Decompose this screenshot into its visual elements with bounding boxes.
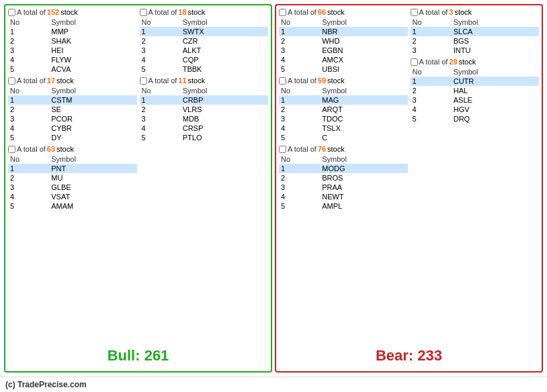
table-checkbox[interactable] [279,146,286,153]
row-no: 2 [279,173,320,183]
total-number: 59 [318,77,326,85]
table-row: 3INTU [411,46,540,55]
table-row: 3PCOR [8,114,137,124]
row-no: 4 [411,105,452,114]
row-symbol: ARQT [320,105,407,114]
table-row: 3ALKT [140,46,269,55]
stock-table: A total of 66 stockNoSymbol1NBR2WHD3EGBN… [279,8,408,74]
row-symbol: C [320,133,407,142]
col-header-symbol: Symbol [181,17,268,27]
row-symbol: MDB [181,114,268,124]
row-symbol: PNT [49,164,136,173]
table-row: 3EGBN [279,46,408,55]
total-suffix: stock [188,77,206,85]
row-symbol: TBBK [181,64,268,74]
total-number: 17 [47,77,55,85]
row-no: 5 [279,201,320,211]
table-row: 5DY [8,133,137,142]
table-checkbox[interactable] [8,77,15,85]
table-row: 2CZR [140,36,269,46]
panel-column-0: A total of 66 stockNoSymbol1NBR2WHD3EGBN… [279,8,408,340]
row-no: 4 [140,124,181,133]
row-symbol: HEI [49,46,136,55]
total-number: 18 [178,8,186,16]
row-no: 3 [8,183,49,192]
total-number: 29 [449,58,457,66]
symbol-table: NoSymbol1CUTR2HAL3ASLE4HGV5DRQ [411,67,540,124]
row-symbol: CQP [181,55,268,64]
total-label: A total of [419,8,448,16]
row-symbol: HAL [452,86,539,95]
table-row: 5PTLO [140,133,269,142]
total-label: A total of [419,58,448,66]
table-row: 4HGV [411,105,540,114]
col-header-symbol: Symbol [49,86,136,95]
total-suffix: stock [60,8,78,16]
total-number: 66 [318,8,326,16]
col-header-no: No [279,17,320,27]
row-no: 1 [411,77,452,86]
row-symbol: CUTR [452,77,539,86]
row-symbol: CRBP [181,95,268,105]
row-symbol: MMP [49,27,136,36]
table-row: 4CYBR [8,124,137,133]
total-label: A total of [17,77,46,85]
table-checkbox[interactable] [8,9,15,16]
table-checkbox[interactable] [279,9,286,16]
row-no: 5 [140,133,181,142]
stock-table: A total of 11 stockNoSymbol1CRBP2VLRS3MD… [140,77,269,142]
table-checkbox[interactable] [411,9,418,16]
row-symbol: FLYW [49,55,136,64]
row-symbol: VLRS [181,105,268,114]
table-checkbox[interactable] [8,146,15,153]
table-row: 2MU [8,173,137,183]
row-no: 1 [140,95,181,105]
row-symbol: SE [49,105,136,114]
row-symbol: WHD [320,36,407,46]
panel-count: 233 [417,347,442,364]
total-label: A total of [149,8,177,16]
row-symbol: NEWT [320,192,407,201]
symbol-table: NoSymbol1SWTX2CZR3ALKT4CQP5TBBK [140,17,269,74]
row-symbol: BGS [452,36,539,46]
total-label: A total of [288,8,317,16]
total-number: 11 [178,77,186,85]
row-no: 3 [411,46,452,55]
table-row: 4VSAT [8,192,137,201]
row-no: 1 [279,95,320,105]
table-row: 4CQP [140,55,269,64]
row-no: 2 [279,105,320,114]
symbol-table: NoSymbol1MAG2ARQT3TDOC4TSLX5C [279,86,408,142]
row-no: 3 [140,46,181,55]
table-checkbox[interactable] [140,77,147,85]
row-symbol: CYBR [49,124,136,133]
row-symbol: UBSI [320,64,407,74]
table-row: 5AMAM [8,201,137,211]
row-no: 2 [411,86,452,95]
row-symbol: GLBE [49,183,136,192]
row-no: 3 [279,114,320,124]
table-row: 5TBBK [140,64,269,74]
bear-panel: A total of 66 stockNoSymbol1NBR2WHD3EGBN… [275,4,543,373]
table-checkbox[interactable] [279,77,286,85]
table-row: 5C [279,133,408,142]
stock-table: A total of 59 stockNoSymbol1MAG2ARQT3TDO… [279,77,408,142]
stock-table: A total of 152 stockNoSymbol1MMP2SHAK3HE… [8,8,137,74]
col-header-no: No [8,86,49,95]
row-no: 4 [8,55,49,64]
row-no: 2 [8,36,49,46]
total-label: A total of [17,8,46,16]
stock-table: A total of 63 stockNoSymbol1PNT2MU3GLBE4… [8,145,137,211]
total-label: A total of [149,77,177,85]
row-symbol: MODG [320,164,407,173]
table-row: 4NEWT [279,192,408,201]
panel-column-0: A total of 152 stockNoSymbol1MMP2SHAK3HE… [8,8,137,340]
table-checkbox[interactable] [411,58,418,66]
row-symbol: ALKT [181,46,268,55]
total-number: 152 [47,8,59,16]
row-symbol: AMCX [320,55,407,64]
col-header-symbol: Symbol [181,86,268,95]
row-no: 1 [279,27,320,36]
table-row: 3TDOC [279,114,408,124]
table-checkbox[interactable] [140,9,147,16]
